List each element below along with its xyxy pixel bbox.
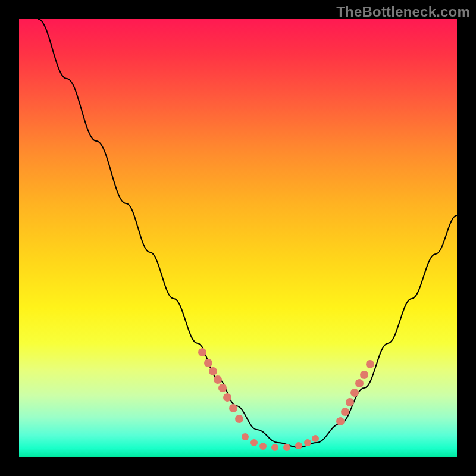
left-dot-cluster — [198, 348, 243, 423]
data-dot — [259, 443, 267, 450]
plot-area — [19, 19, 457, 457]
data-dot — [295, 442, 302, 449]
data-dot — [360, 371, 368, 379]
data-dot — [204, 359, 212, 367]
data-dot — [312, 435, 319, 442]
watermark-text: TheBottleneck.com — [336, 4, 470, 20]
data-dot — [355, 379, 364, 387]
data-dot — [341, 408, 349, 416]
data-dot — [283, 444, 290, 451]
data-dot — [250, 439, 258, 446]
data-dot — [366, 360, 374, 368]
data-dot — [271, 444, 278, 451]
right-dot-cluster — [336, 360, 374, 425]
chart-stage: TheBottleneck.com — [0, 0, 476, 476]
data-dot — [304, 439, 311, 446]
data-dot — [229, 404, 237, 412]
data-dot — [209, 367, 217, 375]
data-dot — [346, 398, 354, 406]
data-dot — [198, 348, 206, 356]
plot-svg — [19, 19, 457, 457]
data-dot — [235, 415, 243, 423]
valley-dot-line — [242, 433, 319, 451]
data-dot — [223, 393, 231, 402]
data-dot — [214, 375, 222, 384]
data-dot — [218, 384, 227, 392]
data-dot — [350, 389, 359, 397]
bottleneck-curve — [38, 19, 457, 447]
data-dot — [242, 433, 249, 440]
data-dot — [336, 417, 345, 425]
